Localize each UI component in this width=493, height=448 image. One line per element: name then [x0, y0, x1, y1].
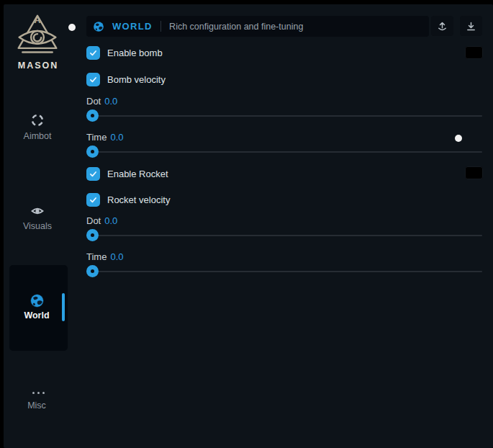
rocket-velocity-label: Rocket velocity [107, 194, 170, 205]
sidebar-item-aimbot[interactable]: Aimbot [7, 131, 68, 141]
enable-bomb-checkbox[interactable] [86, 46, 100, 60]
section-subtitle: Rich configuration and fine-tuning [169, 22, 303, 32]
bomb-time-value: 0.0 [110, 132, 123, 143]
slider-track[interactable] [86, 115, 482, 117]
crosshair-icon[interactable] [30, 112, 45, 128]
sidebar-item-misc[interactable]: Misc [6, 400, 67, 411]
bomb-velocity-checkbox[interactable] [86, 73, 100, 86]
slider-track[interactable] [86, 271, 482, 273]
upload-icon [437, 21, 448, 32]
cursor-dot [68, 24, 76, 31]
check-icon [89, 169, 98, 179]
check-icon [89, 75, 98, 84]
globe-icon[interactable] [29, 292, 45, 308]
section-header-bar: WORLD Rich configuration and fine-tuning [86, 16, 429, 37]
enable-bomb-row: Enable bomb [86, 46, 163, 60]
bomb-time-label: Time0.0 [86, 132, 123, 143]
rocket-dot-label: Dot0.0 [86, 215, 117, 226]
slider-track[interactable] [86, 151, 482, 153]
rocket-color-swatch[interactable] [465, 166, 483, 179]
active-section-title: WORLD [112, 21, 153, 32]
rocket-dot-slider[interactable] [86, 229, 482, 241]
bomb-velocity-label: Bomb velocity [107, 74, 166, 85]
app-window [4, 4, 493, 448]
rocket-time-label: Time0.0 [86, 251, 123, 262]
upload-config-button[interactable] [431, 16, 453, 36]
rocket-time-value: 0.0 [110, 251, 123, 262]
ellipsis-icon[interactable] [30, 385, 46, 400]
header-divider [160, 21, 162, 32]
cursor-dot [455, 135, 462, 142]
slider-knob[interactable] [86, 265, 99, 277]
bomb-dot-slider[interactable] [86, 109, 482, 122]
bomb-dot-label: Dot0.0 [86, 96, 117, 107]
rocket-dot-value: 0.0 [104, 215, 117, 226]
check-icon [89, 48, 98, 58]
eye-icon[interactable] [30, 203, 45, 219]
active-tab-indicator [62, 293, 65, 321]
slider-knob[interactable] [86, 229, 99, 241]
mason-logo-icon: A [13, 13, 62, 58]
slider-track[interactable] [86, 235, 482, 237]
bomb-velocity-row: Bomb velocity [86, 73, 166, 86]
rocket-time-slider[interactable] [86, 265, 482, 277]
brand-name: MASON [7, 61, 69, 71]
enable-bomb-label: Enable bomb [107, 48, 163, 58]
bomb-time-slider[interactable] [86, 145, 482, 158]
sidebar-item-visuals[interactable]: Visuals [7, 221, 68, 231]
bomb-color-swatch[interactable] [465, 46, 483, 59]
slider-knob[interactable] [86, 109, 99, 122]
svg-text:A: A [35, 15, 41, 25]
enable-rocket-label: Enable Rocket [107, 169, 168, 179]
app-root: A MASON Aimbot Visuals World Misc [0, 0, 493, 448]
slider-knob[interactable] [86, 145, 99, 158]
rocket-velocity-row: Rocket velocity [86, 193, 170, 207]
check-icon [89, 195, 98, 205]
bomb-dot-value: 0.0 [104, 96, 117, 107]
download-config-button[interactable] [460, 16, 482, 36]
globe-icon [93, 21, 104, 32]
download-icon [466, 21, 476, 32]
enable-rocket-checkbox[interactable] [86, 167, 100, 181]
sidebar-item-world[interactable]: World [8, 310, 65, 321]
rocket-velocity-checkbox[interactable] [86, 193, 100, 207]
enable-rocket-row: Enable Rocket [86, 167, 168, 181]
